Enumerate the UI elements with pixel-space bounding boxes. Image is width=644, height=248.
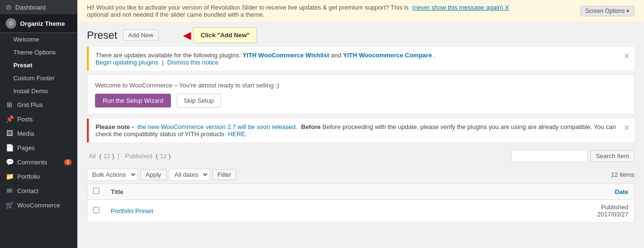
plugin1-link[interactable]: YITH WooCommerce Wishlist [243, 52, 329, 59]
media-icon: 🖼 [6, 129, 13, 137]
skip-setup-button[interactable]: Skip Setup [177, 94, 221, 108]
items-count: 12 items [611, 171, 634, 178]
sidebar-item-dashboard[interactable]: ⊙ Dashboard [0, 0, 77, 14]
sidebar-item-preset[interactable]: Preset [0, 59, 77, 72]
search-area: Search Item [511, 150, 634, 162]
sidebar-item-grid-plus[interactable]: ⊞ Grid Plus [0, 97, 77, 112]
screen-options-btn[interactable]: Screen Options ▾ [580, 6, 634, 16]
page-heading: Preset Add New ◀ Click "Add New" [77, 22, 644, 47]
setup-wizard-button[interactable]: Run the Setup Wizard [95, 94, 171, 108]
search-input[interactable] [511, 150, 588, 162]
slider-notice: Hi! Would you like to activate your vers… [77, 0, 644, 22]
filter-links: All (12) | Published (12) [87, 152, 511, 160]
error-notice: Please note - the new WooCommerce versio… [87, 119, 634, 142]
data-table: Title Date Portfolio Preset Published 20… [87, 183, 634, 222]
date-filter-select[interactable]: All dates [169, 169, 210, 181]
organiz-logo: O [6, 18, 16, 29]
sidebar-item-woocommerce[interactable]: 🛒 WooCommerce [0, 198, 77, 212]
row-checkbox[interactable] [93, 207, 99, 213]
dashboard-icon: ⊙ [6, 3, 11, 11]
bulk-actions-select[interactable]: Bulk Actions [87, 169, 137, 181]
filter-all-link[interactable]: All (12) [87, 152, 116, 160]
organiz-theme-header[interactable]: O Organiz Theme ↓ [0, 14, 77, 33]
main-content: Hi! Would you like to activate your vers… [77, 0, 644, 248]
woo-welcome-notice: Welcome to WooCommerce – You're almost r… [87, 75, 634, 115]
col-date[interactable]: Date [400, 184, 634, 200]
begin-update-link[interactable]: Begin updating plugins [95, 59, 158, 66]
table-toolbar: All (12) | Published (12) Search Item [77, 146, 644, 166]
woocommerce-icon: 🛒 [6, 201, 13, 209]
organiz-submenu: Welcome Theme Options Preset Custom Foot… [0, 33, 77, 97]
col-title: Title [105, 184, 400, 200]
slider-never-show-link[interactable]: (never show this message again) X [412, 4, 509, 11]
apply-button[interactable]: Apply [140, 169, 167, 180]
contact-icon: ✉ [6, 187, 13, 194]
posts-icon: 📌 [6, 115, 13, 123]
tooltip-left-arrow: ◀ [183, 30, 190, 41]
row-title-link[interactable]: Portfolio Preset [111, 207, 153, 215]
page-title: Preset [87, 30, 117, 41]
woo-welcome-text: Welcome to WooCommerce – You're almost r… [95, 82, 626, 89]
plugin-update-notice: There are updates available for the foll… [87, 47, 634, 71]
plugin-notice-text: There are updates available for the foll… [95, 52, 435, 59]
search-button[interactable]: Search Item [591, 150, 634, 162]
sidebar-item-media[interactable]: 🖼 Media [0, 126, 77, 140]
dashboard-label: Dashboard [15, 4, 46, 11]
close-plugin-notice[interactable]: ✕ [623, 52, 630, 61]
sidebar: ⊙ Dashboard O Organiz Theme ↓ Welcome Th… [0, 0, 77, 248]
organiz-theme-label: Organiz Theme [20, 20, 65, 27]
row-title-cell: Portfolio Preset [105, 200, 400, 222]
sidebar-item-comments[interactable]: 💬 Comments 6 [0, 155, 77, 169]
slider-notice-text: Hi! Would you like to activate your vers… [87, 4, 509, 18]
add-new-button[interactable]: Add New [123, 30, 159, 41]
sidebar-item-theme-options[interactable]: Theme Options [0, 46, 77, 59]
filter-button[interactable]: Filter [212, 169, 237, 180]
bulk-actions-bar: Bulk Actions Apply All dates Filter 12 i… [77, 166, 644, 183]
col-checkbox [87, 184, 106, 200]
close-error-notice[interactable]: ✕ [623, 123, 630, 132]
grid-plus-icon: ⊞ [6, 101, 13, 108]
row-checkbox-cell [87, 200, 106, 222]
tooltip-box: Click "Add New" [193, 27, 257, 43]
comments-badge: 6 [64, 159, 72, 165]
filter-published-link[interactable]: Published (12) [123, 152, 171, 160]
plugin2-link[interactable]: YITH Woocommerce Compare [343, 52, 432, 59]
comments-icon: 💬 [6, 158, 13, 166]
sidebar-item-custom-footer[interactable]: Custom Footer [0, 72, 77, 85]
sidebar-item-welcome[interactable]: Welcome [0, 33, 77, 46]
select-all-checkbox[interactable] [93, 188, 99, 194]
row-date-cell: Published 2017/03/27 [400, 200, 634, 222]
sidebar-item-posts[interactable]: 📌 Posts [0, 112, 77, 126]
sidebar-item-contact[interactable]: ✉ Contact [0, 183, 77, 198]
dismiss-notice-link[interactable]: Dismiss this notice [167, 59, 219, 66]
error-notice-text: Please note - the new WooCommerce versio… [95, 123, 616, 138]
table-row: Portfolio Preset Published 2017/03/27 [87, 200, 634, 222]
sidebar-item-pages[interactable]: 📄 Pages [0, 140, 77, 155]
here-link[interactable]: HERE [228, 130, 245, 138]
sidebar-item-portfolio[interactable]: 📁 Portfolio [0, 169, 77, 183]
portfolio-icon: 📁 [6, 173, 13, 180]
sidebar-item-install-demo[interactable]: Install Demo [0, 85, 77, 97]
pages-icon: 📄 [6, 144, 13, 151]
